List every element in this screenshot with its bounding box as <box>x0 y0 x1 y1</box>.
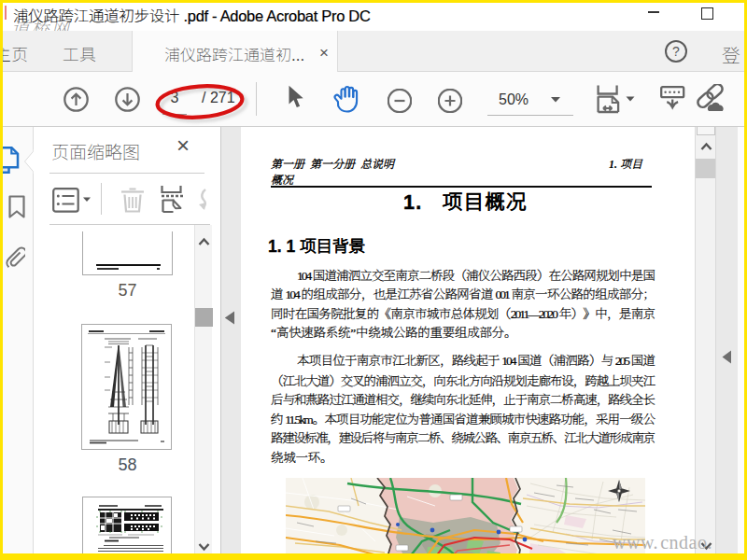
svg-text:?: ? <box>672 44 680 59</box>
